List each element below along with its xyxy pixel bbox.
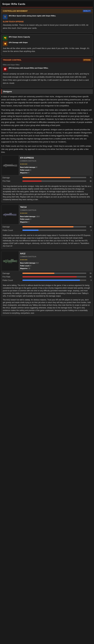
- page-title-area: Sniper Rifle Cards: [1, 1, 93, 7]
- trigger-control-title: TRIGGER CONTROL: [3, 58, 21, 62]
- trigger-control-content: Rifles and Sniper Rifles 🎯 25% Accuracy …: [1, 62, 93, 88]
- trigger-icon: 🎯: [3, 67, 7, 72]
- tac14-stats: Damage 80 Pellet Count 3: [1, 224, 93, 233]
- tac14-name: TAC14: [20, 206, 92, 209]
- svg-rect-3: [3, 165, 3, 166]
- sniper-ammo-perk2-text: 10% Damage with Sniper: [9, 41, 28, 44]
- 870-express-stats: Damage 75 Fire Rate 30: [1, 175, 93, 184]
- 870-express-description: Your bog-standard pump-action shotgun. H…: [3, 185, 91, 201]
- 870-stat-fire-rate: Fire Rate 30: [2, 180, 92, 182]
- controlled-movement-note: Absolutely terrible. There is no reason …: [3, 24, 91, 30]
- controlled-movement-perk-text: 45% More Speed while aiming down sights …: [9, 14, 56, 17]
- aa12-base-damage: 8.0: [36, 262, 39, 264]
- 870-magazine: 8: [28, 172, 29, 174]
- controlled-movement-note-wrapper: SLOW-TOUCH OFFENSE Absolutely terrible. …: [3, 20, 91, 30]
- aa12-description2: The AA12 doesn't do well is sweep, for o…: [3, 298, 91, 314]
- aa12-stat-pellet-bar-container: [22, 280, 86, 281]
- aa12-stat-fire-rate-val: 85: [87, 276, 92, 278]
- trigger-control-perk-label: 25% Accuracy with Assault Rifles and Sni…: [9, 67, 48, 69]
- tac14-rarity-text: COMMON SHOTGUN: [20, 209, 36, 211]
- aa12-svg: [2, 256, 18, 266]
- aa12-stat-damage-val: 50: [87, 272, 92, 274]
- 870-express-image: [1, 156, 19, 175]
- shotguns-para4: N.B. Pellet counts are from my own count…: [1, 145, 93, 154]
- 870-stat-fire-rate-label: Fire Rate: [2, 180, 22, 182]
- tac14-stat-damage: Damage 80: [2, 225, 92, 228]
- 870-express-card: 870 EXPRESS COMMON SHOTGUN ★★★★★ Base bu…: [1, 155, 93, 202]
- sniper-ammo-perk1-label: 30% Sniper Ammo Capacity: [9, 36, 30, 38]
- aa12-mag-stat: Magazine: 12: [20, 267, 92, 270]
- 870-express-mag-stat: Magazine: 8: [20, 172, 92, 174]
- aa12-pellet-stat: Pellet count: 9: [20, 264, 92, 267]
- tac14-top: TAC14 COMMON SHOTGUN ★★★★★ Base bullet d…: [1, 205, 93, 224]
- aa12-stat-pellet-bar: [22, 280, 80, 281]
- tac14-description: Hoffmann has issues with this, and he is…: [3, 234, 91, 247]
- svg-rect-7: [13, 214, 16, 216]
- sniper-ammo-perk1-text: 30% Sniper Ammo Capacity: [9, 36, 30, 38]
- aa12-rarity-text: COMMON SHOTGUN: [20, 256, 36, 258]
- shotguns-title: Shotguns: [3, 90, 12, 92]
- 870-express-stars: ★★★★★: [20, 163, 92, 165]
- svg-rect-14: [16, 260, 17, 262]
- ammo-icon: 🔫: [3, 36, 7, 40]
- controlled-movement-perk: 🏃 45% More Speed while aiming down sight…: [3, 14, 91, 19]
- trigger-control-perk-text: 25% Accuracy with Assault Rifles and Sni…: [9, 67, 48, 69]
- svg-rect-10: [4, 214, 12, 214]
- aa12-top: AA12 COMMON SHOTGUN ★★★★★ Base bullet da…: [1, 251, 93, 271]
- controlled-movement-card: CONTROLLED MOVEMENT MOBILITY 🏃 45% More …: [1, 8, 93, 32]
- 870-express-top: 870 EXPRESS COMMON SHOTGUN ★★★★★ Base bu…: [1, 156, 93, 175]
- svg-rect-6: [3, 214, 13, 216]
- shotguns-para3: Incidentally, while recommended for all …: [1, 128, 93, 144]
- trigger-control-header: TRIGGER CONTROL OFFENSE: [1, 58, 93, 62]
- controlled-movement-tag: MOBILITY: [83, 10, 91, 12]
- tac14-body: Hoffmann has issues with this, and he is…: [1, 233, 93, 249]
- 870-stat-fire-rate-bar-container: [22, 180, 86, 182]
- aa12-stats: Damage 50 Fire Rate 85 Pellet Count 9: [1, 271, 93, 283]
- 870-stat-damage-bar: [22, 177, 70, 178]
- aa12-quick-stats: Base bullet damage: 8.0 Pellet count: 9 …: [20, 262, 92, 270]
- aa12-stat-damage-label: Damage: [2, 272, 22, 275]
- aa12-magazine: 12: [28, 268, 30, 269]
- aa12-stars: ★★★★★: [20, 258, 92, 261]
- aa12-image: [1, 251, 19, 271]
- svg-rect-17: [11, 259, 13, 260]
- 870-express-pellet-stat: Pellet count: 8: [20, 169, 92, 171]
- tac14-stat-damage-bar: [22, 226, 73, 228]
- aa12-stat-fire-rate-label: Fire Rate: [2, 275, 22, 278]
- tac14-stat-damage-bar-container: [22, 226, 86, 228]
- 870-stat-damage-bar-container: [22, 177, 86, 178]
- sniper-ammo-card: 🔫 30% Sniper Ammo Capacity 💥 10% Damage …: [1, 34, 93, 56]
- aa12-stat-fire-rate-bar-container: [22, 276, 86, 278]
- tac14-damage-stat: Base bullet damage: 10.0: [20, 215, 92, 218]
- sniper-ammo-content: 🔫 30% Sniper Ammo Capacity 💥 10% Damage …: [1, 34, 93, 56]
- sniper-ammo-note: Just like all the other ammo cards, you'…: [3, 47, 91, 53]
- trigger-control-perk: 🎯 25% Accuracy with Assault Rifles and S…: [3, 67, 91, 72]
- aa12-stat-fire-rate: Fire Rate 85: [2, 275, 92, 278]
- svg-rect-12: [9, 213, 12, 214]
- controlled-movement-perk-label: 45% More Speed while aiming down sights …: [9, 14, 56, 17]
- tac14-mag-stat: Magazine: 3: [20, 221, 92, 223]
- shotguns-para2: That being said, shotguns fall into the …: [1, 108, 93, 127]
- sniper-ammo-perk1: 🔫 30% Sniper Ammo Capacity: [3, 36, 91, 40]
- slow-touch-label: SLOW-TOUCH OFFENSE: [3, 21, 24, 23]
- aa12-card: AA12 COMMON SHOTGUN ★★★★★ Base bullet da…: [1, 251, 93, 316]
- controlled-movement-title: CONTROLLED MOVEMENT: [3, 10, 28, 12]
- page-container: Sniper Rifle Cards CONTROLLED MOVEMENT M…: [0, 0, 94, 319]
- sniper-ammo-perk2: 💥 10% Damage with Sniper: [3, 41, 91, 46]
- movement-icon: 🏃: [3, 14, 7, 19]
- svg-rect-18: [7, 260, 8, 262]
- damage-icon: 💥: [3, 41, 7, 46]
- tac14-pellet-count: 3: [30, 218, 31, 220]
- 870-express-body: Your bog-standard pump-action shotgun. H…: [1, 184, 93, 202]
- shotguns-para1: A class of weapons which are extremely p…: [1, 95, 93, 107]
- aa12-rarity: COMMON SHOTGUN: [20, 256, 92, 258]
- shotguns-section-header: Shotguns: [1, 89, 93, 94]
- aa12-stat-damage-bar-container: [22, 273, 86, 274]
- aa12-body: Now we're talking. The AA12 is without d…: [1, 283, 93, 316]
- trigger-control-tag: OFFENSE: [83, 59, 91, 61]
- svg-rect-15: [5, 260, 7, 263]
- tac14-info: TAC14 COMMON SHOTGUN ★★★★★ Base bullet d…: [19, 205, 93, 224]
- svg-rect-1: [14, 165, 17, 167]
- tac14-stat-pellet-bar: [22, 230, 39, 231]
- 870-stat-damage-label: Damage: [2, 176, 22, 179]
